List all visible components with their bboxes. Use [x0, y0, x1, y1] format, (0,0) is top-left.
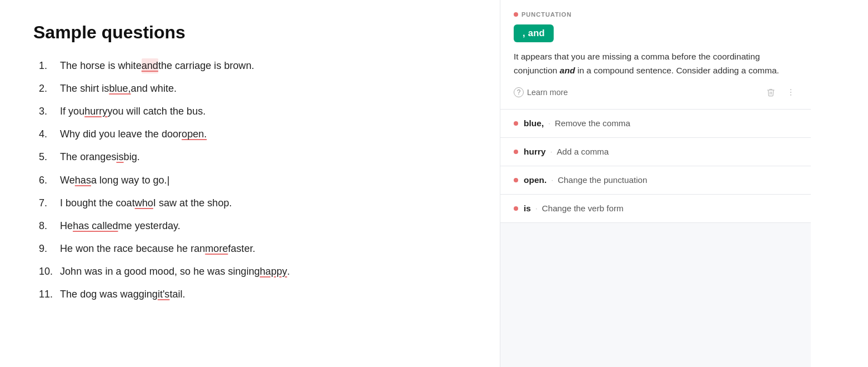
card-footer: ? Learn more	[514, 87, 797, 98]
sentence-text: big.	[124, 150, 140, 165]
underlined-word: more	[205, 241, 228, 256]
svg-point-1	[790, 92, 791, 93]
list-item: He won the race because he ran more fast…	[39, 241, 466, 256]
mini-action: Change the punctuation	[558, 175, 647, 185]
active-suggestion-card: PUNCTUATION , and It appears that you ar…	[500, 0, 811, 110]
mini-separator: ·	[551, 176, 553, 184]
mini-dot	[514, 178, 518, 182]
list-item: The shirt is blue, and white.	[39, 81, 466, 96]
delete-button[interactable]	[764, 87, 777, 98]
sentence-text: you will catch the bus.	[107, 104, 205, 119]
underlined-word: open.	[182, 127, 207, 142]
list-item: If you hurry you will catch the bus.	[39, 104, 466, 119]
sentence-text: tail.	[169, 287, 185, 302]
list-item: John was in a good mood, so he was singi…	[39, 264, 466, 279]
underlined-word: has	[75, 173, 91, 188]
mini-word: hurry	[524, 147, 546, 157]
mini-action: Add a comma	[556, 147, 609, 156]
sentence-text: .	[287, 264, 290, 279]
mini-separator: ·	[548, 119, 550, 127]
sentence-text: We	[60, 173, 75, 188]
sentence-text: He won the race because he ran	[60, 241, 205, 256]
page-title: Sample questions	[33, 22, 466, 43]
sentence-text: The horse is white	[60, 58, 142, 73]
highlighted-word: and	[142, 58, 158, 73]
sentence-text: me yesterday.	[118, 219, 180, 234]
mini-action: Change the verb form	[542, 204, 624, 213]
mini-separator: ·	[550, 147, 553, 156]
mini-word: blue,	[524, 118, 544, 128]
mini-suggestion-item[interactable]: is · Change the verb form	[500, 195, 811, 223]
right-panel: PUNCTUATION , and It appears that you ar…	[500, 0, 811, 367]
underlined-word: it's	[158, 287, 170, 302]
mini-suggestions-container: blue, · Remove the comma hurry · Add a c…	[500, 110, 811, 223]
sentence-text: The oranges	[60, 150, 117, 165]
list-item: Why did you leave the door open.	[39, 127, 466, 142]
mini-dot	[514, 206, 518, 211]
sentence-text: John was in a good mood, so he was singi…	[60, 264, 260, 279]
question-circle-icon: ?	[514, 87, 524, 97]
mini-suggestion-item[interactable]: blue, · Remove the comma	[500, 110, 811, 138]
svg-point-2	[790, 94, 791, 95]
list-item: The oranges is big.	[39, 150, 466, 165]
mini-action: Remove the comma	[555, 118, 630, 128]
sentence-text: faster.	[228, 241, 255, 256]
card-actions	[764, 87, 797, 98]
learn-more-link[interactable]: ? Learn more	[514, 87, 568, 97]
sentence-text: and white.	[131, 81, 177, 96]
mini-suggestion-item[interactable]: hurry · Add a comma	[500, 138, 811, 166]
sentence-text: He	[60, 219, 73, 234]
sentence-text: a long way to go.|	[91, 173, 169, 188]
mini-word: is	[524, 204, 531, 214]
correction-tag[interactable]: , and	[514, 24, 554, 42]
list-item: I bought the coat who I saw at the shop.	[39, 196, 466, 211]
more-options-button[interactable]	[784, 87, 797, 98]
suggestion-label: PUNCTUATION	[514, 11, 797, 18]
sentence-text: I bought the coat	[60, 196, 135, 211]
correction-description: It appears that you are missing a comma …	[514, 50, 797, 78]
mini-dot	[514, 121, 518, 126]
sentence-list: The horse is white and the carriage is b…	[33, 58, 466, 302]
list-item: The horse is white and the carriage is b…	[39, 58, 466, 73]
sentence-text: The shirt is	[60, 81, 109, 96]
underlined-word: who	[135, 196, 153, 211]
list-item: We has a long way to go.|	[39, 173, 466, 188]
svg-point-0	[790, 89, 791, 90]
mini-suggestion-item[interactable]: open. · Change the punctuation	[500, 166, 811, 195]
sentence-text: the carriage is brown.	[158, 58, 254, 73]
underlined-word: is	[117, 150, 124, 165]
sentence-text: I saw at the shop.	[153, 196, 232, 211]
mini-separator: ·	[535, 204, 538, 212]
sentence-text: If you	[60, 104, 84, 119]
mini-dot	[514, 150, 518, 154]
underlined-word: hurry	[84, 104, 107, 119]
mini-word: open.	[524, 175, 546, 185]
underlined-word: blue,	[109, 81, 131, 96]
sentence-text: The dog was wagging	[60, 287, 158, 302]
underlined-word: has called	[73, 219, 118, 234]
sentence-text: Why did you leave the door	[60, 127, 182, 142]
list-item: He has called me yesterday.	[39, 219, 466, 234]
left-panel: Sample questions The horse is white and …	[0, 0, 500, 367]
list-item: The dog was wagging it's tail.	[39, 287, 466, 302]
underlined-word: happy	[260, 264, 287, 279]
